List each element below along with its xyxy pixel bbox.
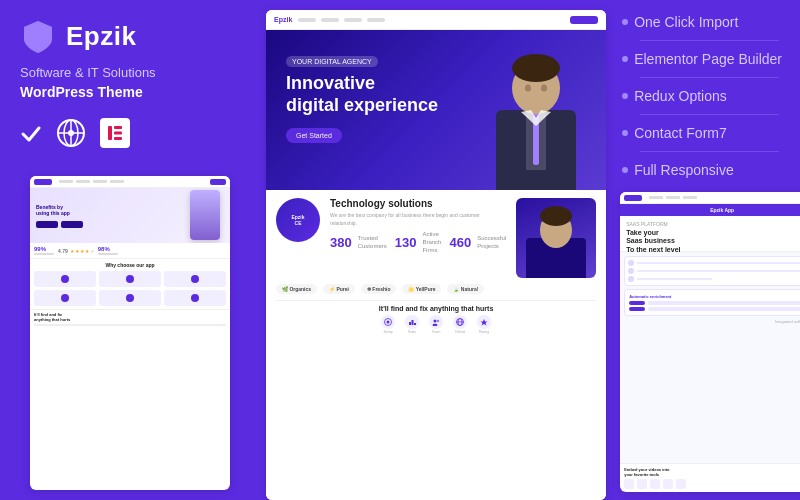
bottom-icon-circle-5 [477,315,491,329]
left-mini-stats: 99% 4.79 ★ ★ ★ ★ ★ 98% [30,243,230,258]
bottom-icon-label-2: Stats [408,330,416,334]
center-hero: YOUR DIGITAL AGENCY Innovativedigital ex… [266,30,606,190]
star-1: ★ [70,248,74,254]
stat-label-2: Active BranchFirms [422,231,441,254]
rating-num: 4.79 [58,248,68,254]
why-cell-4 [34,290,96,306]
bottom-icon-label-3: Team [432,330,441,334]
bottom-desc-left [34,324,226,326]
rms-line-short-1 [637,278,712,280]
embed-icon-3 [650,479,660,489]
bottom-icon-circle-3 [429,315,443,329]
elementor-icon [100,118,130,148]
rms-window-1 [624,256,800,286]
left-nav-link-3 [93,180,107,183]
saas-label: Automatic enrichment [629,294,800,299]
brand-name: Epzik [66,21,136,52]
svg-point-27 [437,320,439,322]
chart-icon [408,318,416,326]
nav-link-3 [344,18,362,22]
stat-2-pct: 98% [98,246,118,252]
right-mini-nav-links [649,196,697,199]
svg-point-14 [512,54,560,82]
right-app-label-text: Epzik App [710,207,734,213]
feature-label-3: Redux Options [634,88,727,104]
svg-point-21 [387,321,390,324]
feature-label-4: Contact Form7 [634,125,727,141]
stat-line-3: 460 SuccessfulProjects [449,231,506,254]
left-mini-logo [34,179,52,185]
center-nav: Epzik [266,10,606,30]
stat-num-2: 130 [395,235,417,250]
settings-icon [384,318,392,326]
brand-logos: 🌿 Organics ⚡ Purei ❄ Freshio 🌟 YellPure … [276,284,596,294]
tech-desc: We are the best company for all business… [330,212,506,227]
bottom-icon-1: Setup [381,315,395,334]
left-nav-link-2 [76,180,90,183]
brand-yellpure: 🌟 YellPure [402,284,441,294]
stat-1-pct: 99% [34,246,54,252]
right-mini-nav [620,192,800,204]
feature-label-5: Full Responsive [634,162,734,178]
hero-tag: YOUR DIGITAL AGENCY [286,56,378,67]
center-nav-btn [570,16,598,24]
bottom-icon-label-4: Global [455,330,465,334]
right-mini-preview: Epzik App SAAS PLATFORM Take yourSaas bu… [620,192,800,492]
brand-purei: ⚡ Purei [323,284,355,294]
bottom-icon-circle-1 [381,315,395,329]
center-preview: Epzik YOUR DIGITAL AGENCY Innovativedigi… [266,10,606,500]
tech-title: Technology solutions [330,198,506,209]
bottom-icon-label-1: Setup [384,330,393,334]
bottom-icon-3: Team [429,315,443,334]
wordpress-icon [56,118,86,148]
feature-label-1: One Click Import [634,14,738,30]
embed-icon-5 [676,479,686,489]
feature-divider-2 [640,77,779,78]
center-content: EpzikCE Technology solutions We are the … [266,190,606,500]
person-svg [466,30,606,190]
why-cell-3 [164,271,226,287]
why-icon-2 [126,275,134,283]
stat-num-3: 460 [449,235,471,250]
bottom-icon-circle-2 [405,315,419,329]
saas-row-2 [629,307,800,311]
why-cell-2 [99,271,161,287]
epzik-logo-icon [20,18,56,54]
svg-marker-32 [481,319,488,326]
stat-2-label [98,253,118,255]
saas-badge-1 [629,301,645,305]
right-person-svg [516,198,596,278]
right-app-label: Epzik App [620,204,800,216]
feature-dot-2 [622,56,628,62]
stat-1-label [34,253,54,255]
star-icon [480,318,488,326]
svg-rect-8 [114,132,122,135]
svg-point-16 [541,85,547,92]
features-panel: One Click Import Elementor Page Builder … [612,0,800,192]
left-mini-nav [30,176,230,188]
nav-link-1 [298,18,316,22]
rms-dot-3 [628,276,634,282]
brand-freshio: ❄ Freshio [361,284,396,294]
left-mini-nav-links [59,180,124,183]
tech-badge: EpzikCE [276,198,320,242]
svg-rect-6 [108,126,112,140]
previews-area: Benefits byusing this app 99% 4.79 ★ ★ [20,166,240,490]
why-icon-6 [191,294,199,302]
hero-cta-btn[interactable]: Get Started [286,128,342,143]
appstore-btn-1 [36,221,58,228]
logo-row: Epzik [20,18,240,54]
right-mini-title: Take yourSaas businessTo the next level [626,229,800,254]
left-mini-preview: Benefits byusing this app 99% 4.79 ★ ★ [30,176,230,490]
saas-text-1 [648,301,800,305]
rms-row-1 [628,260,800,266]
crm-note: Integrated with your CRM [624,319,800,324]
bottom-icon-circle-4 [453,315,467,329]
stat-line-1: 380 TrustedCustomers [330,231,387,254]
stat-num-1: 380 [330,235,352,250]
svg-rect-24 [412,320,414,325]
feature-label-2: Elementor Page Builder [634,51,782,67]
left-mini-nav-btn [210,179,226,185]
left-panel: Epzik Software & IT Solutions WordPress … [0,0,260,500]
phone-mockup [190,190,220,240]
